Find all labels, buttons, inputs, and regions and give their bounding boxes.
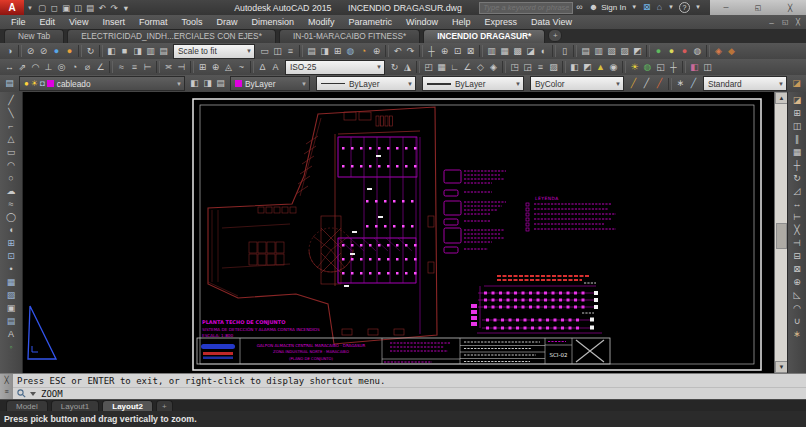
dim-linear-icon[interactable]: ↔ xyxy=(3,61,16,74)
table-tool-icon[interactable]: ⊞ xyxy=(331,45,344,58)
paste-icon[interactable]: ▥ xyxy=(592,45,605,58)
separator[interactable] xyxy=(109,61,113,73)
dim-arclength-icon[interactable]: ◠ xyxy=(29,61,42,74)
redraw-icon[interactable]: ↻ xyxy=(84,45,97,58)
center-mark-icon[interactable]: ⊕ xyxy=(209,61,222,74)
dim-edit-icon[interactable]: Δ xyxy=(256,61,269,74)
dim-style-combo[interactable]: ISO-25▼ xyxy=(285,60,385,75)
dim-jogged-icon[interactable]: ◔ xyxy=(68,61,81,74)
command-window[interactable]: ╳ ≡ Press ESC or ENTER to exit, or right… xyxy=(0,373,806,400)
new-drawing-tab-button[interactable]: + xyxy=(548,29,562,42)
vertical-scrollbar[interactable]: ▲ ▼ xyxy=(774,92,788,373)
etransmit-icon[interactable]: ◔ xyxy=(357,45,370,58)
sign-in-caret-icon[interactable]: ▼ xyxy=(628,0,640,15)
pan-icon[interactable]: ┼ xyxy=(425,45,438,58)
dim-break-icon[interactable]: ⊣ xyxy=(175,61,188,74)
osnap-icon[interactable]: ◇ xyxy=(474,61,487,74)
app-menu-caret-icon[interactable]: ▼ xyxy=(24,5,36,11)
point-style-icon[interactable]: ● xyxy=(652,45,665,58)
spline-icon[interactable]: ≈ xyxy=(4,198,18,211)
separator[interactable] xyxy=(646,45,650,57)
dim-continue-icon[interactable]: ⊢ xyxy=(141,61,154,74)
menu-item[interactable]: Tools xyxy=(174,15,209,29)
rectangle-icon[interactable]: ▭ xyxy=(4,146,18,159)
menu-item[interactable]: Format xyxy=(132,15,175,29)
menu-item[interactable]: File xyxy=(4,15,33,29)
markup-set-icon[interactable]: ≡ xyxy=(284,45,297,58)
polyline-icon[interactable]: ⌐ xyxy=(4,120,18,133)
copy-icon[interactable]: ⊞ xyxy=(790,107,804,120)
dim-radius-icon[interactable]: ◎ xyxy=(55,61,68,74)
redo-icon[interactable]: ↷ xyxy=(108,2,120,14)
separator[interactable] xyxy=(419,45,423,57)
file-tab[interactable]: New Tab xyxy=(4,29,64,43)
mline-style-icon[interactable]: ∗ xyxy=(674,77,687,90)
isolate-objects-icon[interactable]: ☀ xyxy=(628,61,641,74)
sheetset-open-icon[interactable]: ◫ xyxy=(271,45,284,58)
grid-icon[interactable]: ▦ xyxy=(435,61,448,74)
hyperlink-icon[interactable]: ⊕ xyxy=(370,45,383,58)
block-editor-icon[interactable]: ◨ xyxy=(318,45,331,58)
separator[interactable] xyxy=(622,61,626,73)
menu-item[interactable]: Modify xyxy=(301,15,342,29)
minimize-button[interactable]: ─ xyxy=(716,0,736,15)
plot-style-combo[interactable]: ByColor▼ xyxy=(530,76,624,91)
transparency-icon[interactable]: ▨ xyxy=(547,61,560,74)
zoom-realtime-icon[interactable]: ⊕ xyxy=(438,45,451,58)
file-tab[interactable]: INCENDIO DRAGASUR* xyxy=(423,29,545,43)
menu-item[interactable]: Data View xyxy=(524,15,579,29)
qnew-icon[interactable]: ▢ xyxy=(36,2,48,14)
help-tool-icon[interactable]: ◈ xyxy=(712,45,725,58)
user-icon[interactable]: ☻ xyxy=(586,0,601,15)
undo-icon[interactable]: ↶ xyxy=(96,2,108,14)
separator[interactable] xyxy=(502,61,506,73)
separator[interactable] xyxy=(479,45,483,57)
doc-close-button[interactable]: ╳ xyxy=(792,18,804,26)
redo-list-icon[interactable]: ↷ xyxy=(404,45,417,58)
dim-text-edit-icon[interactable]: A xyxy=(269,61,282,74)
separator[interactable] xyxy=(18,45,22,57)
open-icon[interactable]: ◻ xyxy=(48,2,60,14)
dynamic-ucs-icon[interactable]: ◳ xyxy=(508,61,521,74)
make-block-icon[interactable]: ⊡ xyxy=(4,250,18,263)
scale-icon[interactable]: ◿ xyxy=(790,185,804,198)
express-tool-icon[interactable]: ◆ xyxy=(725,45,738,58)
layer-properties-icon[interactable]: ▤ xyxy=(3,77,16,90)
layer-thaw-sun-icon[interactable]: ☀ xyxy=(31,79,38,88)
a360-caret-icon[interactable]: ▼ xyxy=(665,0,677,15)
named-views-icon[interactable]: ● xyxy=(678,45,691,58)
plot-preview-icon[interactable]: ⊘ xyxy=(24,45,37,58)
menu-item[interactable]: Express xyxy=(478,15,525,29)
sign-in-button[interactable]: Sign In xyxy=(601,3,628,12)
layout-icon[interactable]: ▯ xyxy=(558,45,571,58)
viewport-polygonal-icon[interactable]: ▥ xyxy=(144,45,157,58)
menu-item[interactable]: Dimension xyxy=(244,15,301,29)
search-icon[interactable]: ∞ xyxy=(573,0,585,15)
region-icon[interactable]: ▣ xyxy=(4,302,18,315)
mirror-icon[interactable]: ◫ xyxy=(790,120,804,133)
field-icon[interactable]: ▤ xyxy=(305,45,318,58)
linetype-style-2-icon[interactable]: ╱ xyxy=(640,77,653,90)
viewport-single-icon[interactable]: ◧ xyxy=(105,45,118,58)
viewport-join-icon[interactable]: ■ xyxy=(118,45,131,58)
separator[interactable] xyxy=(78,45,82,57)
dim-jogline-icon[interactable]: ~ xyxy=(235,61,248,74)
copy-to-clipboard-icon[interactable]: ▤ xyxy=(579,45,592,58)
stretch-icon[interactable]: ↔ xyxy=(790,198,804,211)
dim-baseline-icon[interactable]: ≡ xyxy=(128,61,141,74)
dim-angular-icon[interactable]: ∠ xyxy=(94,61,107,74)
offset-icon[interactable]: ∥ xyxy=(790,133,804,146)
linetype-style-3-icon[interactable]: ╱ xyxy=(653,77,666,90)
command-close-icon[interactable]: ╳ xyxy=(4,374,8,386)
publish-icon[interactable]: ⊘ xyxy=(37,45,50,58)
close-button[interactable]: ╳ xyxy=(780,0,800,15)
zoom-previous-icon[interactable]: ⊠ xyxy=(464,45,477,58)
dim-aligned-icon[interactable]: ⇗ xyxy=(16,61,29,74)
erase-icon[interactable]: ◪ xyxy=(790,94,804,107)
make-object-layer-current-icon[interactable]: ◧ xyxy=(188,77,201,90)
hatch-icon[interactable]: ▦ xyxy=(4,276,18,289)
linetype-style-1-icon[interactable]: ╱ xyxy=(627,77,640,90)
sheetset-manager-icon[interactable]: ▭ xyxy=(258,45,271,58)
selection-cycling-icon[interactable]: ◩ xyxy=(581,61,594,74)
quickcalc-icon[interactable]: ◪ xyxy=(524,45,537,58)
